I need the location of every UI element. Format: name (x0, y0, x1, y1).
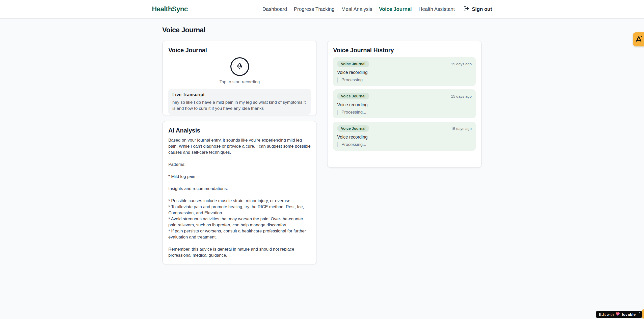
ai-analysis-title: AI Analysis (168, 127, 311, 134)
top-navbar: HealthSync DashboardProgress TrackingMea… (0, 0, 644, 19)
microphone-icon (236, 63, 243, 70)
entry-timestamp: 15 days ago (451, 62, 472, 66)
tap-to-record-hint: Tap to start recording (220, 79, 260, 85)
entry-title: Voice recording (337, 102, 472, 108)
history-card-title: Voice Journal History (333, 47, 476, 54)
entry-status: Processing... (337, 142, 472, 147)
history-entry[interactable]: Voice Journal15 days agoVoice recordingP… (333, 122, 476, 151)
history-entry[interactable]: Voice Journal15 days agoVoice recordingP… (333, 57, 476, 86)
ai-analysis-card: AI Analysis Based on your journal entry,… (162, 121, 317, 264)
nav-item-voice-journal[interactable]: Voice Journal (379, 6, 412, 12)
entry-type-badge: Voice Journal (337, 61, 369, 67)
lovable-wordmark: lovable (622, 312, 636, 317)
live-transcript-box: Live Transcript hey so like I do have a … (168, 89, 311, 115)
lovable-extension-badge[interactable] (633, 32, 644, 46)
history-entry[interactable]: Voice Journal15 days agoVoice recordingP… (333, 89, 476, 118)
entry-title: Voice recording (337, 70, 472, 75)
cropped-extension-badge[interactable] (642, 309, 644, 318)
recorder-card-title: Voice Journal (168, 47, 311, 54)
voice-journal-history-card: Voice Journal History Voice Journal15 da… (327, 41, 482, 168)
entry-timestamp: 15 days ago (451, 126, 472, 131)
brand-logo[interactable]: HealthSync (152, 5, 188, 13)
main-nav: DashboardProgress TrackingMeal AnalysisV… (262, 6, 492, 13)
nav-item-meal-analysis[interactable]: Meal Analysis (341, 6, 372, 12)
entry-status: Processing... (337, 77, 472, 83)
live-transcript-title: Live Transcript (172, 92, 307, 97)
sign-out-button[interactable]: Sign out (463, 6, 492, 13)
main-content: Voice Journal Voice Journal (162, 26, 482, 264)
left-column: Voice Journal Tap to start recording (162, 41, 317, 264)
entry-type-badge: Voice Journal (337, 125, 369, 132)
history-list: Voice Journal15 days agoVoice recordingP… (333, 57, 476, 151)
sign-out-label: Sign out (472, 6, 492, 12)
log-out-icon (463, 6, 469, 13)
entry-type-badge: Voice Journal (337, 93, 369, 99)
nav-item-progress-tracking[interactable]: Progress Tracking (294, 6, 334, 12)
entry-title: Voice recording (337, 135, 472, 140)
live-transcript-text: hey so like I do have a mild pain in my … (172, 99, 307, 112)
entry-status: Processing... (337, 110, 472, 115)
edit-with-label: Edit with (599, 312, 614, 317)
nav-item-health-assistant[interactable]: Health Assistant (419, 6, 455, 12)
entry-timestamp: 15 days ago (451, 94, 472, 98)
badge-close-icon[interactable]: × (638, 311, 640, 314)
edit-with-lovable-badge[interactable]: Edit with lovable × (596, 311, 642, 318)
heart-icon (615, 312, 620, 317)
page-title: Voice Journal (162, 26, 482, 34)
ai-analysis-body: Based on your journal entry, it sounds l… (168, 137, 311, 258)
voice-recorder-card: Voice Journal Tap to start recording (162, 41, 317, 115)
lovable-extension-icon (635, 35, 642, 43)
record-button[interactable] (230, 57, 249, 76)
nav-item-dashboard[interactable]: Dashboard (262, 6, 287, 12)
